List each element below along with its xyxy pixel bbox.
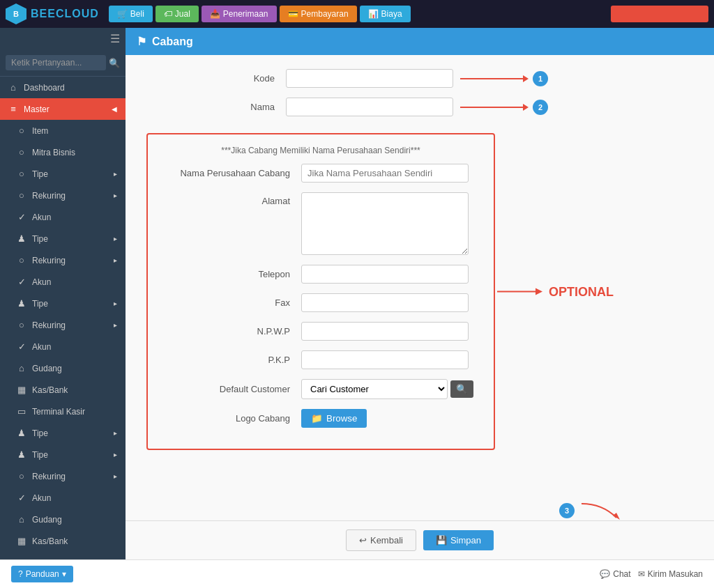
cost-icon: 📊 bbox=[368, 9, 379, 19]
sidebar-item-gudang1[interactable]: ⌂ Gudang bbox=[0, 357, 126, 379]
sidebar-item-mitra[interactable]: ○ Mitra Bisnis bbox=[0, 141, 126, 163]
browse-icon: 📁 bbox=[311, 413, 323, 424]
sidebar-label-tipe3: Tipe bbox=[32, 299, 48, 309]
sidebar-item-tipe1[interactable]: ○ Tipe ▸ bbox=[0, 163, 126, 185]
sidebar-item-tipe2[interactable]: ♟ Tipe ▸ bbox=[0, 228, 126, 249]
hamburger-icon[interactable]: ☰ bbox=[110, 33, 120, 45]
nama-perusahaan-input[interactable] bbox=[301, 164, 469, 183]
page-title: Cabang bbox=[152, 36, 193, 48]
npwp-input[interactable] bbox=[301, 322, 469, 341]
customer-search-button[interactable]: 🔍 bbox=[450, 380, 473, 398]
sidebar-item-akun4[interactable]: ✓ Akun bbox=[0, 487, 126, 509]
dashboard-icon: ⌂ bbox=[8, 82, 18, 93]
npwp-row: N.P.W.P bbox=[162, 322, 480, 341]
biaya-button[interactable]: 📊 Biaya bbox=[360, 6, 411, 22]
telepon-input[interactable] bbox=[301, 265, 469, 284]
default-customer-label: Default Customer bbox=[162, 384, 301, 394]
sidebar-item-akun1[interactable]: ✓ Akun bbox=[0, 206, 126, 228]
annotation-badge-3: 3 bbox=[559, 503, 575, 518]
kembali-icon: ↩ bbox=[359, 535, 367, 546]
annotation3-area: 3 bbox=[559, 500, 630, 521]
nama-perusahaan-label: Nama Perusahaan Cabang bbox=[162, 168, 301, 178]
pembayaran-button[interactable]: 💳 Pembayaran bbox=[280, 6, 357, 22]
logo: B BEECLOUD bbox=[6, 3, 99, 24]
nama-input[interactable]: Jakarta Selatan bbox=[286, 98, 453, 116]
sidebar-item-dashboard[interactable]: ⌂ Dashboard bbox=[0, 77, 126, 98]
logo-cabang-row: Logo Cabang 📁 Browse bbox=[162, 409, 480, 428]
sidebar-label-tipe1: Tipe bbox=[32, 169, 48, 179]
sidebar-label-terminal1: Terminal Kasir bbox=[32, 407, 85, 417]
tipe4-arrow: ▸ bbox=[114, 429, 117, 437]
sidebar-label-rekuring2: Rekuring bbox=[32, 256, 66, 265]
beli-button[interactable]: 🛒 Beli bbox=[109, 6, 153, 22]
sidebar-label-rekuring3: Rekuring bbox=[32, 320, 66, 330]
nama-perusahaan-row: Nama Perusahaan Cabang bbox=[162, 164, 480, 183]
rekuring3-arrow: ▸ bbox=[114, 321, 117, 329]
sidebar-label-master: Master bbox=[24, 105, 50, 114]
sidebar-item-gudang2[interactable]: ⌂ Gudang bbox=[0, 509, 126, 530]
sidebar-item-tipe3[interactable]: ♟ Tipe ▸ bbox=[0, 293, 126, 314]
sidebar-item-kasbank2[interactable]: ▦ Kas/Bank bbox=[0, 530, 126, 552]
sidebar-label-akun2: Akun bbox=[32, 277, 51, 287]
kode-input[interactable]: CABANG1 bbox=[286, 69, 453, 88]
kembali-button[interactable]: ↩ Kembali bbox=[346, 529, 416, 551]
panduan-icon: ? bbox=[18, 569, 23, 579]
jual-button[interactable]: 🏷 Jual bbox=[155, 6, 199, 22]
sidebar-label-rekuring4: Rekuring bbox=[32, 472, 66, 481]
search-input[interactable] bbox=[6, 55, 106, 70]
pkp-row: P.K.P bbox=[162, 350, 480, 369]
user-area bbox=[611, 6, 708, 22]
master-arrow-icon: ◀ bbox=[112, 105, 117, 113]
sidebar-item-akun2[interactable]: ✓ Akun bbox=[0, 271, 126, 293]
sidebar-label-tipe5: Tipe bbox=[32, 450, 48, 460]
sidebar-label-tipe4: Tipe bbox=[32, 428, 48, 438]
pkp-label: P.K.P bbox=[162, 355, 301, 365]
telepon-row: Telepon bbox=[162, 265, 480, 284]
sidebar-label-gudang2: Gudang bbox=[32, 515, 62, 525]
simpan-button[interactable]: 💾 Simpan bbox=[423, 530, 494, 550]
sidebar-item-rekuring3[interactable]: ○ Rekuring ▸ bbox=[0, 314, 126, 336]
sidebar-item-master[interactable]: ≡ Master ◀ bbox=[0, 98, 126, 120]
sidebar-label-item: Item bbox=[32, 126, 48, 136]
penerimaan-button[interactable]: 📥 Penerimaan bbox=[202, 6, 277, 22]
cart-icon: 🛒 bbox=[117, 9, 128, 19]
sidebar-item-rekuring1[interactable]: ○ Rekuring ▸ bbox=[0, 185, 126, 206]
sidebar-label-mitra: Mitra Bisnis bbox=[32, 148, 75, 157]
fax-label: Fax bbox=[162, 297, 301, 308]
payment-icon: 💳 bbox=[288, 9, 298, 19]
sidebar-item-akun3[interactable]: ✓ Akun bbox=[0, 336, 126, 357]
sidebar-item-tipe4[interactable]: ♟ Tipe ▸ bbox=[0, 422, 126, 444]
inbox-icon: 📥 bbox=[210, 9, 220, 19]
rekuring2-arrow: ▸ bbox=[114, 256, 117, 264]
alamat-input[interactable] bbox=[301, 192, 469, 255]
sidebar-label-akun1: Akun bbox=[32, 212, 51, 222]
info-text: ***Jika Cabang Memiliki Nama Perusahaan … bbox=[162, 146, 480, 155]
sidebar-item-terminal1[interactable]: ▭ Terminal Kasir bbox=[0, 401, 126, 422]
customer-select[interactable]: Cari Customer bbox=[301, 379, 448, 399]
pkp-input[interactable] bbox=[301, 350, 469, 369]
sidebar-label-akun4: Akun bbox=[32, 493, 51, 503]
optional-arrow-line bbox=[497, 285, 546, 299]
sidebar-label-gudang1: Gudang bbox=[32, 364, 62, 373]
sidebar-search-area: 🔍 bbox=[0, 49, 126, 77]
sidebar-item-item[interactable]: ○ Item bbox=[0, 120, 126, 141]
content-area: ⚑ Cabang Kode CABANG1 1 Nama Jakarta Sel… bbox=[126, 28, 714, 559]
tipe2-icon: ♟ bbox=[17, 233, 26, 244]
sidebar-item-kasbank1[interactable]: ▦ Kas/Bank bbox=[0, 379, 126, 401]
chat-button[interactable]: 💬 Chat bbox=[600, 569, 630, 579]
kirim-button[interactable]: ✉ Kirim Masukan bbox=[638, 569, 703, 579]
default-customer-row: Default Customer Cari Customer 🔍 bbox=[162, 379, 480, 399]
browse-button[interactable]: 📁 Browse bbox=[301, 409, 367, 428]
sidebar-label-tipe2: Tipe bbox=[32, 234, 48, 244]
footer-bar: 3 ↩ Kembali 💾 Simpan bbox=[126, 520, 714, 559]
sidebar-item-rekuring4[interactable]: ○ Rekuring ▸ bbox=[0, 465, 126, 487]
sidebar-item-rekuring2[interactable]: ○ Rekuring ▸ bbox=[0, 249, 126, 271]
sidebar-item-tipe5[interactable]: ♟ Tipe ▸ bbox=[0, 444, 126, 465]
sidebar-item-terminal2[interactable]: ▭ Terminal Kasir bbox=[0, 552, 126, 559]
search-icon[interactable]: 🔍 bbox=[109, 58, 120, 68]
fax-input[interactable] bbox=[301, 293, 469, 312]
panduan-button[interactable]: ? Panduan ▾ bbox=[11, 566, 73, 582]
akun2-icon: ✓ bbox=[17, 277, 26, 287]
tipe3-arrow: ▸ bbox=[114, 300, 117, 307]
optional-annotation: OPTIONAL bbox=[496, 284, 614, 299]
